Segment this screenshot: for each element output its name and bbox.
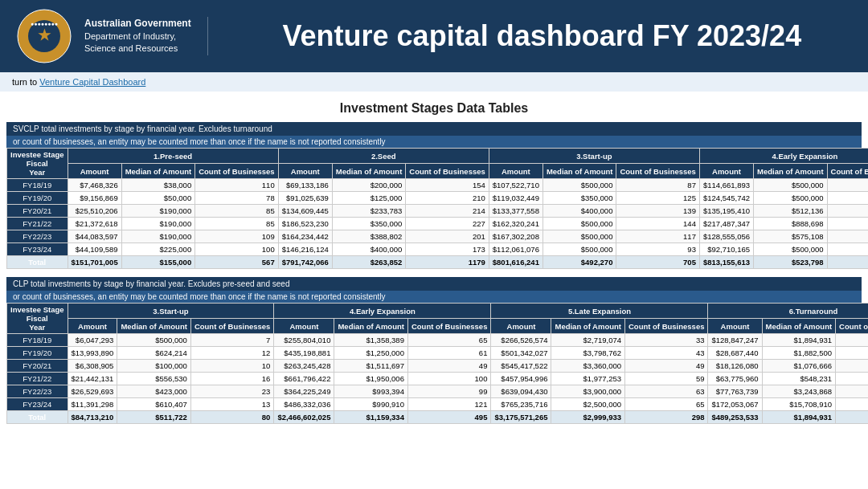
table-row: FY19/20$9,156,869$50,00078$91,025,639$12… — [7, 192, 869, 205]
year-cell: FY23/24 — [7, 398, 68, 411]
data-cell: 99 — [407, 385, 491, 398]
data-cell: $91,025,639 — [278, 192, 332, 205]
data-cell: 154 — [406, 179, 489, 192]
data-cell: $112,061,076 — [489, 243, 542, 256]
gov-logo: ★ ●●●●●●●● — [16, 8, 72, 64]
data-cell: $190,000 — [121, 230, 195, 243]
data-cell: 33 — [624, 334, 708, 347]
year-cell: FY20/21 — [7, 360, 68, 373]
data-cell: 43 — [624, 347, 708, 360]
table2-section: CLP total investments by stage by financ… — [6, 277, 862, 424]
t1-h-ee-amt: Amount — [699, 164, 753, 179]
table1: Investee StageFiscalYear 1.Pre-seed 2.Se… — [6, 148, 868, 269]
t2-h-ee-cnt: Count of Businesses — [407, 319, 491, 334]
data-cell: 210 — [406, 192, 489, 205]
header: ★ ●●●●●●●● Australian Government Departm… — [0, 0, 868, 72]
data-cell: $92,710,165 — [699, 243, 753, 256]
table1-group-startup: 3.Start-up — [489, 149, 699, 164]
data-cell: 7 — [190, 334, 274, 347]
page-title: Venture capital dashboard FY 2023/24 — [232, 19, 852, 53]
data-cell: $545,417,522 — [491, 360, 551, 373]
data-cell: 49 — [624, 360, 708, 373]
section-title: Investment Stages Data Tables — [0, 92, 868, 122]
data-cell: $993,394 — [334, 385, 408, 398]
data-cell: 78 — [195, 192, 279, 205]
data-cell: 1179 — [406, 256, 489, 269]
data-cell: 114 — [827, 230, 868, 243]
t2-h-le-med: Median of Amount — [551, 319, 625, 334]
year-cell: FY19/20 — [7, 192, 68, 205]
data-cell: $135,195,410 — [699, 205, 753, 218]
data-cell: 6 — [836, 360, 868, 373]
data-cell: 173 — [406, 243, 489, 256]
data-cell: $639,094,430 — [491, 385, 551, 398]
data-cell: 5 — [836, 373, 868, 385]
t1-h-st-med: Median of Amount — [542, 164, 616, 179]
data-cell: $21,372,618 — [68, 218, 121, 230]
data-cell: 10 — [190, 360, 274, 373]
data-cell: $172,053,067 — [708, 398, 762, 411]
table-row: FY23/24$11,391,298$610,40713$486,332,036… — [7, 398, 869, 411]
table-row: FY18/19$7,468,326$38,000110$69,133,186$2… — [7, 179, 869, 192]
data-cell: $133,377,558 — [489, 205, 542, 218]
data-cell: 121 — [407, 398, 491, 411]
gov-name: Australian Government — [84, 17, 191, 31]
data-cell: $77,763,739 — [708, 385, 762, 398]
data-cell: $556,530 — [117, 373, 191, 385]
breadcrumb: turn to Venture Capital Dashboard — [0, 72, 868, 92]
t2-h-le-amt: Amount — [491, 319, 551, 334]
t1-h-s-cnt: Count of Businesses — [406, 164, 489, 179]
data-cell: 135 — [827, 205, 868, 218]
data-cell: $84,713,210 — [68, 411, 117, 424]
data-cell: 16 — [190, 373, 274, 385]
data-cell: 85 — [195, 218, 279, 230]
data-cell: 495 — [407, 411, 491, 424]
data-cell: 705 — [616, 256, 700, 269]
dept-line2: Science and Resources — [84, 43, 191, 55]
t2-h-ta-cnt: Count of Businesses — [836, 319, 868, 334]
data-cell: 65 — [407, 334, 491, 347]
data-cell: 9 — [836, 385, 868, 398]
data-cell: $492,270 — [542, 256, 616, 269]
data-cell: $21,442,131 — [68, 373, 117, 385]
data-cell: $190,000 — [121, 218, 195, 230]
data-cell: $190,000 — [121, 205, 195, 218]
data-cell: 100 — [407, 373, 491, 385]
data-cell: 157 — [827, 218, 868, 230]
table1-note: SVCLP total investments by stage by fina… — [6, 122, 862, 136]
data-cell: $1,159,334 — [334, 411, 408, 424]
data-cell: $63,775,960 — [708, 373, 762, 385]
table2-group-late: 5.Late Expansion — [491, 304, 708, 319]
data-cell: $1,882,500 — [762, 347, 836, 360]
table-row: FY21/22$21,372,618$190,00085$186,523,230… — [7, 218, 869, 230]
data-cell: $500,000 — [754, 243, 828, 256]
data-cell: 125 — [616, 192, 700, 205]
data-cell: $500,000 — [542, 243, 616, 256]
t1-h-ee-cnt: Count of Businesses — [827, 164, 868, 179]
breadcrumb-prefix: turn to — [12, 77, 39, 87]
data-cell: $423,000 — [117, 385, 191, 398]
data-cell: $3,360,000 — [551, 360, 625, 373]
svg-text:●●●●●●●●: ●●●●●●●● — [31, 21, 58, 26]
data-cell: $511,722 — [117, 411, 191, 424]
table1-group-seed: 2.Seed — [278, 149, 489, 164]
table-row: FY21/22$21,442,131$556,53016$661,796,422… — [7, 373, 869, 385]
table-row: FY22/23$26,529,693$423,00023$364,225,249… — [7, 385, 869, 398]
data-cell: $7,468,326 — [68, 179, 121, 192]
data-cell: $119,032,449 — [489, 192, 542, 205]
breadcrumb-link[interactable]: Venture Capital Dashboard — [39, 77, 145, 87]
data-cell: $134,609,445 — [278, 205, 332, 218]
data-cell: $990,910 — [334, 398, 408, 411]
data-cell: $364,225,249 — [274, 385, 334, 398]
data-cell: $661,796,422 — [274, 373, 334, 385]
data-cell: $6,047,293 — [68, 334, 117, 347]
data-cell: 567 — [195, 256, 279, 269]
data-cell: $44,083,597 — [68, 230, 121, 243]
data-cell: $435,198,881 — [274, 347, 334, 360]
data-cell: $1,358,389 — [334, 334, 408, 347]
table1-subnote: or count of businesses, an entity may be… — [6, 136, 862, 148]
data-cell: 87 — [616, 179, 700, 192]
data-cell: $162,320,241 — [489, 218, 542, 230]
table2-subnote: or count of businesses, an entity may be… — [6, 291, 862, 303]
data-cell: $512,136 — [754, 205, 828, 218]
